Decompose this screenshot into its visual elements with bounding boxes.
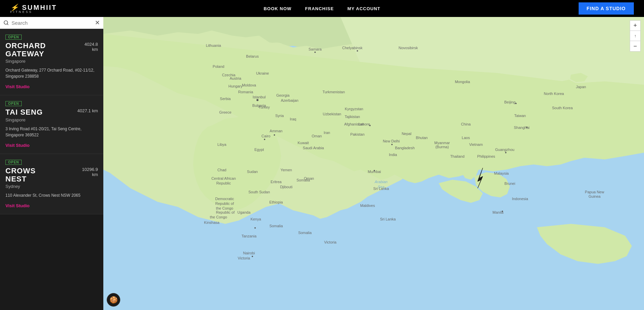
studio-name-crowsnest: CROWSNEST [5,167,79,183]
svg-text:Mongolia: Mongolia [455,80,471,84]
visit-studio-link-taiseng[interactable]: Visit Studio [5,143,29,148]
svg-text:Maldives: Maldives [360,204,375,208]
studio-city-orchard: Singapore [5,59,98,64]
svg-text:Samara: Samara [309,47,322,51]
svg-text:Laos: Laos [462,136,470,140]
svg-text:Nepal: Nepal [402,132,412,136]
svg-text:Myanmar: Myanmar [434,141,450,145]
open-badge-orchard: OPEN [5,35,22,40]
svg-text:Arabian: Arabian [374,180,388,184]
svg-text:Democratic: Democratic [215,197,234,201]
nav-franchise[interactable]: FRANCHISE [305,6,334,11]
svg-text:Philippines: Philippines [477,154,495,158]
studio-address-crowsnest: 110 Alexander St, Crows Nest NSW 2065 [5,192,98,198]
studio-card-crowsnest: OPEN CROWSNEST 10296.9km Sydney 110 Alex… [0,154,103,214]
zoom-reset-button[interactable]: ↑ [630,31,640,41]
svg-text:Syria: Syria [275,114,284,118]
svg-point-105 [526,127,527,128]
logo[interactable]: ⚡ SUMHIIT FITNESS [10,3,57,14]
svg-text:Guangzhou: Guangzhou [495,148,515,152]
svg-text:Tanzania: Tanzania [242,234,257,238]
map-container[interactable]: Arabian Sea Poland Belarus Czechia Ukrai… [103,17,644,310]
svg-text:Somalia: Somalia [269,224,283,228]
svg-text:(Burma): (Burma) [435,145,449,149]
svg-text:Sri Lanka: Sri Lanka [380,217,396,221]
svg-text:Nairobi: Nairobi [243,251,255,255]
svg-text:Egypt: Egypt [254,148,264,152]
map-controls: + ↑ − [630,20,641,52]
svg-line-1 [7,24,8,25]
svg-point-107 [502,211,503,212]
svg-text:Central African: Central African [211,176,236,180]
cookie-consent-button[interactable]: 🍪 [107,293,120,307]
studio-name-orchard: ORCHARDGATEWAY [5,42,81,58]
zoom-out-button[interactable]: − [630,41,640,51]
svg-text:Cairo: Cairo [262,134,270,138]
svg-text:Belarus: Belarus [246,54,259,58]
find-studio-button[interactable]: FIND A STUDIO [579,2,634,15]
svg-text:Romania: Romania [238,90,253,94]
svg-text:Eritrea: Eritrea [271,180,282,184]
svg-text:Saudi Arabia: Saudi Arabia [303,146,324,150]
svg-text:Moldova: Moldova [242,83,256,87]
svg-point-103 [369,125,371,126]
svg-text:Malaysia: Malaysia [494,171,509,175]
svg-text:Austria: Austria [230,76,242,80]
svg-text:Bhutan: Bhutan [416,136,428,140]
svg-text:Iraq: Iraq [290,117,296,121]
svg-text:Kyrgyzstan: Kyrgyzstan [345,107,363,111]
svg-text:South Sudan: South Sudan [248,190,270,194]
visit-studio-link-crowsnest[interactable]: Visit Studio [5,203,29,208]
card-top-orchard: ORCHARDGATEWAY 4024.8km [5,42,98,58]
svg-text:Istanbul: Istanbul [253,95,266,99]
zoom-in-button[interactable]: + [630,21,640,31]
svg-text:Guinea: Guinea [588,194,601,198]
studio-address-taiseng: 3 Irving Road #01-20/21, Tai Seng Centre… [5,126,98,138]
studio-card-taiseng: OPEN TAI SENG 4027.1 km Singapore 3 Irvi… [0,95,103,154]
svg-point-98 [274,134,275,136]
nav-my-account[interactable]: MY ACCOUNT [347,6,380,11]
studio-city-taiseng: Singapore [5,117,98,122]
map-svg: Arabian Sea Poland Belarus Czechia Ukrai… [103,17,644,310]
svg-text:Azerbaijan: Azerbaijan [281,98,298,102]
visit-studio-link-orchard[interactable]: Visit Studio [5,84,29,89]
svg-text:Greece: Greece [219,110,231,114]
svg-text:the Congo: the Congo [216,206,233,210]
svg-text:Bangladesh: Bangladesh [395,146,415,150]
cookie-icon: 🍪 [109,296,118,304]
studio-address-orchard: Orchard Gateway, 277 Orchard Road, #02-1… [5,67,98,79]
svg-text:Oman: Oman [304,176,314,180]
svg-text:Djibouti: Djibouti [280,185,293,189]
svg-point-108 [314,52,316,53]
svg-point-109 [357,50,358,52]
svg-text:Victoria: Victoria [238,256,250,260]
sidebar: ✕ OPEN ORCHARDGATEWAY 4024.8km Singapore… [0,17,103,310]
svg-text:Thailand: Thailand [450,154,464,158]
nav-book-now[interactable]: BOOK NOW [264,6,291,11]
svg-text:Lithuania: Lithuania [206,43,222,47]
main-layout: ✕ OPEN ORCHARDGATEWAY 4024.8km Singapore… [0,17,644,310]
search-bar: ✕ [0,17,103,29]
svg-text:New Delhi: New Delhi [383,139,400,143]
svg-text:Indonesia: Indonesia [512,197,528,201]
svg-text:Ethiopia: Ethiopia [269,200,283,204]
svg-text:Japan: Japan [576,85,586,89]
svg-text:Pakistan: Pakistan [350,132,365,136]
svg-text:Kenya: Kenya [250,217,261,221]
search-clear-button[interactable]: ✕ [95,20,100,26]
site-header: ⚡ SUMHIIT FITNESS BOOK NOW FRANCHISE MY … [0,0,644,17]
svg-text:Sudan: Sudan [247,170,258,174]
svg-text:Novosibirsk: Novosibirsk [399,46,418,50]
svg-text:Oman: Oman [312,134,322,138]
search-icon [3,20,9,25]
search-input[interactable] [12,20,92,26]
svg-text:Chad: Chad [217,168,226,172]
svg-text:Ukraine: Ukraine [256,71,269,75]
svg-point-96 [254,227,256,229]
svg-point-99 [264,139,265,140]
svg-text:Tajikistan: Tajikistan [345,115,360,119]
svg-text:Beijing: Beijing [504,100,515,104]
studio-card-orchard: OPEN ORCHARDGATEWAY 4024.8km Singapore O… [0,29,103,95]
svg-text:Kinshasa: Kinshasa [204,220,220,225]
svg-text:India: India [389,153,397,157]
